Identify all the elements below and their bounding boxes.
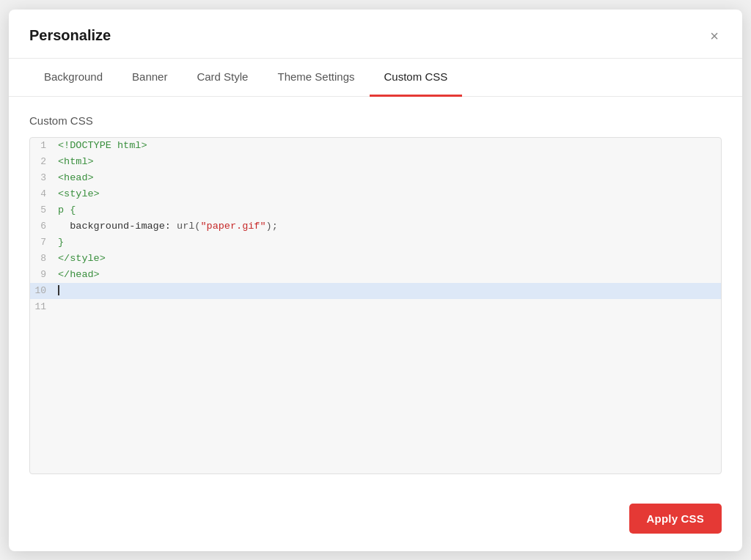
dialog-footer: Apply CSS xyxy=(9,492,742,551)
code-line-11: 11 xyxy=(30,299,721,315)
line-content-6: background-image: url("paper.gif"); xyxy=(58,221,721,232)
tab-card-style[interactable]: Card Style xyxy=(182,59,263,97)
tab-background[interactable]: Background xyxy=(29,59,117,97)
apply-css-button[interactable]: Apply CSS xyxy=(629,504,722,534)
dialog-title: Personalize xyxy=(29,27,111,44)
dialog-header: Personalize × xyxy=(9,10,742,59)
line-content-5: p { xyxy=(58,205,721,215)
code-line-2: 2 <html> xyxy=(30,154,721,170)
line-num-7: 7 xyxy=(30,237,58,248)
line-num-10: 10 xyxy=(30,285,58,296)
line-num-9: 9 xyxy=(30,269,58,280)
line-content-8: </style> xyxy=(58,253,721,264)
close-button[interactable]: × xyxy=(707,26,722,46)
code-line-6: 6 background-image: url("paper.gif"); xyxy=(30,218,721,235)
tab-theme-settings[interactable]: Theme Settings xyxy=(263,59,369,97)
code-line-8: 8 </style> xyxy=(30,251,721,267)
code-line-3: 3 <head> xyxy=(30,170,721,186)
line-content-10 xyxy=(58,285,721,296)
code-editor[interactable]: 1 <!DOCTYPE html> 2 <html> 3 <head> 4 <s… xyxy=(29,137,722,474)
code-line-4: 4 <style> xyxy=(30,186,721,202)
line-content-9: </head> xyxy=(58,269,721,280)
code-lines: 1 <!DOCTYPE html> 2 <html> 3 <head> 4 <s… xyxy=(30,138,721,315)
line-num-4: 4 xyxy=(30,188,58,199)
line-content-4: <style> xyxy=(58,188,721,199)
line-content-2: <html> xyxy=(58,156,721,167)
line-content-1: <!DOCTYPE html> xyxy=(58,140,721,151)
code-line-1: 1 <!DOCTYPE html> xyxy=(30,138,721,154)
line-num-11: 11 xyxy=(30,301,58,312)
code-line-10: 10 xyxy=(30,283,721,299)
code-line-7: 7 } xyxy=(30,235,721,251)
line-num-6: 6 xyxy=(30,221,58,232)
code-line-9: 9 </head> xyxy=(30,267,721,283)
line-num-1: 1 xyxy=(30,140,58,151)
tab-banner[interactable]: Banner xyxy=(117,59,182,97)
tab-custom-css[interactable]: Custom CSS xyxy=(370,59,463,97)
line-num-2: 2 xyxy=(30,156,58,167)
tab-bar: Background Banner Card Style Theme Setti… xyxy=(9,59,742,97)
code-line-5: 5 p { xyxy=(30,202,721,218)
line-num-8: 8 xyxy=(30,253,58,264)
line-content-7: } xyxy=(58,237,721,248)
line-content-3: <head> xyxy=(58,172,721,183)
line-num-3: 3 xyxy=(30,172,58,183)
section-label: Custom CSS xyxy=(29,114,722,127)
line-num-5: 5 xyxy=(30,205,58,215)
content-area: Custom CSS 1 <!DOCTYPE html> 2 <html> 3 … xyxy=(9,97,742,492)
personalize-dialog: Personalize × Background Banner Card Sty… xyxy=(9,10,742,551)
